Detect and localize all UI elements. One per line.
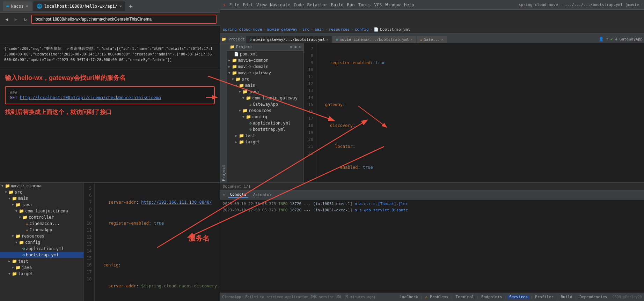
tree-item-resources-gw[interactable]: ▼ 📁 resources bbox=[227, 107, 303, 114]
menu-file[interactable]: File bbox=[229, 2, 239, 7]
tree-item-test-gw[interactable]: ▶ 📁 test bbox=[227, 133, 303, 139]
tree-item-cinemacor[interactable]: ☕ CinemaCon... bbox=[0, 220, 83, 227]
status-services[interactable]: Services bbox=[507, 295, 529, 299]
tree-item-bootstrap-yml-gw[interactable]: ⚙ bootstrap.yml bbox=[227, 126, 303, 133]
console-tab-console[interactable]: Console bbox=[228, 191, 248, 198]
code-snippet-box: ### GET http://localhost:10051/api/cinem… bbox=[5, 86, 215, 104]
arrow-java-c: ▼ bbox=[12, 203, 15, 206]
tree-item-config-c[interactable]: ▼ 📁 config bbox=[0, 239, 83, 246]
tab-close-3[interactable]: ✕ bbox=[441, 38, 444, 42]
main-label: main bbox=[245, 83, 255, 88]
cinema-line-9: server-addr: ${spring.cloud.nacos.discov… bbox=[98, 283, 220, 289]
bootstrap-yml-gw-label: bootstrap.yml bbox=[253, 127, 286, 132]
tree-item-movie-common[interactable]: ▶ 📁 movie-common bbox=[227, 57, 303, 63]
arrow-com-c: ▼ bbox=[15, 209, 19, 213]
folder-icon-ctrl: 📁 bbox=[22, 215, 28, 220]
menu-run[interactable]: Run bbox=[347, 2, 355, 7]
nav-forward-button[interactable]: ▶ bbox=[13, 16, 19, 23]
ide-logo: ⚡ bbox=[223, 2, 226, 8]
bc-main[interactable]: main bbox=[314, 27, 324, 32]
status-endpoints[interactable]: Endpoints bbox=[480, 295, 504, 299]
arrow-test-c: ▶ bbox=[8, 259, 12, 263]
tree-item-test-c[interactable]: ▶ 📁 test bbox=[0, 258, 83, 264]
console-tab-actuator[interactable]: Actuator bbox=[251, 192, 274, 198]
config-cinema-label: config bbox=[25, 240, 40, 245]
menu-navigate[interactable]: Navigate bbox=[270, 2, 290, 7]
tree-expand-btn[interactable]: ⚙ ≡ × bbox=[290, 45, 301, 49]
tab-close-1[interactable]: ✕ bbox=[326, 38, 328, 42]
status-luacheck[interactable]: LuaCheck bbox=[398, 295, 420, 299]
test-label: test bbox=[245, 133, 255, 138]
tab-close-2[interactable]: ✕ bbox=[410, 38, 412, 42]
menu-refactor[interactable]: Refactor bbox=[307, 2, 328, 7]
bc-resources[interactable]: resources bbox=[329, 27, 350, 32]
menu-build[interactable]: Build bbox=[331, 2, 344, 7]
folder-icon-test-c: 📁 bbox=[12, 259, 17, 264]
status-sep3: | bbox=[476, 295, 479, 299]
menu-code[interactable]: Code bbox=[294, 2, 304, 7]
tab-close-nacos[interactable]: ✕ bbox=[26, 4, 28, 8]
tree-item-application-yml-gw[interactable]: ⚙ application.yml bbox=[227, 120, 303, 126]
tree-item-movie-cinema[interactable]: ▼ 📁 movie-cinema bbox=[0, 183, 83, 189]
application-yml-gw-label: application.yml bbox=[253, 121, 291, 126]
ide-tab-cinema-bootstrap[interactable]: ⚙ movie-cinema/.../bootstrap.yml ✕ bbox=[332, 36, 416, 43]
controller-label: controller bbox=[29, 215, 54, 220]
tree-item-movie-gateway[interactable]: ▼ 📁 movie-gateway bbox=[227, 70, 303, 76]
project-panel-label[interactable]: Project bbox=[220, 43, 227, 182]
ide-tab-gateway-bootstrap[interactable]: ⚙ movie-gateway/.../bootstrap.yml ✕ bbox=[246, 36, 332, 43]
new-tab-button[interactable]: + bbox=[127, 2, 135, 10]
browser-tab-nacos[interactable]: ∞ Nacos ✕ bbox=[3, 1, 32, 11]
tree-item-com-tianju[interactable]: ▼ 📁 com.tianju.gateway bbox=[227, 95, 303, 101]
tree-item-main-c[interactable]: ▼ 📁 main bbox=[0, 195, 83, 202]
tree-item-cinemaapp[interactable]: ☕ CinemaApp bbox=[0, 227, 83, 233]
menu-view[interactable]: View bbox=[256, 2, 266, 7]
tree-item-java-test-c[interactable]: ▼ 📁 java bbox=[0, 264, 83, 271]
tree-item-com-cinema[interactable]: ▼ 📁 com.tianju.cinema bbox=[0, 208, 83, 214]
status-dependencies[interactable]: Dependencies bbox=[578, 295, 609, 299]
appyml-cinema-label: application.yml bbox=[26, 246, 64, 251]
nav-reload-button[interactable]: ↻ bbox=[22, 16, 28, 23]
menu-vcs[interactable]: VCS bbox=[374, 2, 382, 7]
tree-item-resources-c[interactable]: ▼ 📁 resources bbox=[0, 233, 83, 239]
folder-icon-res-c: 📁 bbox=[15, 234, 21, 239]
tree-item-target-gw[interactable]: ▶ 📁 target bbox=[227, 139, 303, 145]
plus-console[interactable]: + bbox=[223, 193, 225, 197]
nacos-tab-label: Nacos bbox=[11, 4, 24, 9]
bc-project[interactable]: spring-cloud-move bbox=[223, 27, 262, 32]
menu-window[interactable]: Window bbox=[385, 2, 400, 7]
browser-tab-localhost[interactable]: 🌐 localhost:18888/hello-wx/api/ ✕ bbox=[33, 1, 125, 11]
tree-item-src-cinema[interactable]: ▼ 📁 src bbox=[0, 189, 83, 195]
address-bar[interactable] bbox=[31, 15, 217, 24]
menu-tools[interactable]: Tools bbox=[358, 2, 371, 7]
bc-src[interactable]: src bbox=[302, 27, 309, 32]
tree-item-bootyml-c[interactable]: ⚙ bootstrap.yml bbox=[0, 252, 83, 258]
status-problems[interactable]: ⚠ Problems bbox=[424, 295, 450, 299]
bc-config[interactable]: config bbox=[355, 27, 369, 32]
bc-gateway[interactable]: movie-gateway bbox=[267, 27, 297, 32]
tree-item-java-c[interactable]: ▼ 📁 java bbox=[0, 202, 83, 208]
bc-sep2: › bbox=[299, 27, 301, 32]
nav-back-button[interactable]: ◀ bbox=[3, 16, 10, 23]
tab-close-localhost[interactable]: ✕ bbox=[119, 4, 122, 8]
tree-item-config-gw[interactable]: ▼ 📁 config bbox=[227, 114, 303, 120]
status-build[interactable]: Build bbox=[559, 295, 574, 299]
status-terminal[interactable]: Terminal bbox=[454, 295, 476, 299]
tree-item-controller[interactable]: ▼ 📁 controller bbox=[0, 214, 83, 220]
tree-item-appyml-c[interactable]: ⚙ application.yml bbox=[0, 246, 83, 252]
menu-help[interactable]: Help bbox=[404, 2, 414, 7]
bootyml-cinema-label: bootstrap.yml bbox=[26, 253, 59, 257]
line-numbers-gw: 78910111213141516171819202122 bbox=[304, 43, 316, 182]
status-profiler[interactable]: Profiler bbox=[533, 295, 555, 299]
ide-tab-gatewayapp[interactable]: ☕ Gate... ✕ bbox=[417, 36, 447, 43]
run-gatewayapp: GatewayApp bbox=[620, 37, 643, 42]
menu-edit[interactable]: Edit bbox=[243, 2, 253, 7]
tree-item-java[interactable]: ▼ 📁 java bbox=[227, 89, 303, 95]
tree-item-movie-domain[interactable]: ▶ 📁 movie-domain bbox=[227, 63, 303, 70]
tree-item-pomxml[interactable]: 📄 pom.xml bbox=[227, 51, 303, 57]
folder-icon-cinema: 📁 bbox=[5, 183, 10, 188]
tree-item-src[interactable]: ▼ 📁 src bbox=[227, 76, 303, 82]
movie-common-label: movie-common bbox=[238, 58, 269, 63]
tree-item-gatewayapp[interactable]: ☕ GatewayApp bbox=[227, 101, 303, 107]
tree-item-target-c[interactable]: ▼ 📁 target bbox=[0, 271, 83, 277]
tree-item-main[interactable]: ▼ 📁 main bbox=[227, 82, 303, 89]
